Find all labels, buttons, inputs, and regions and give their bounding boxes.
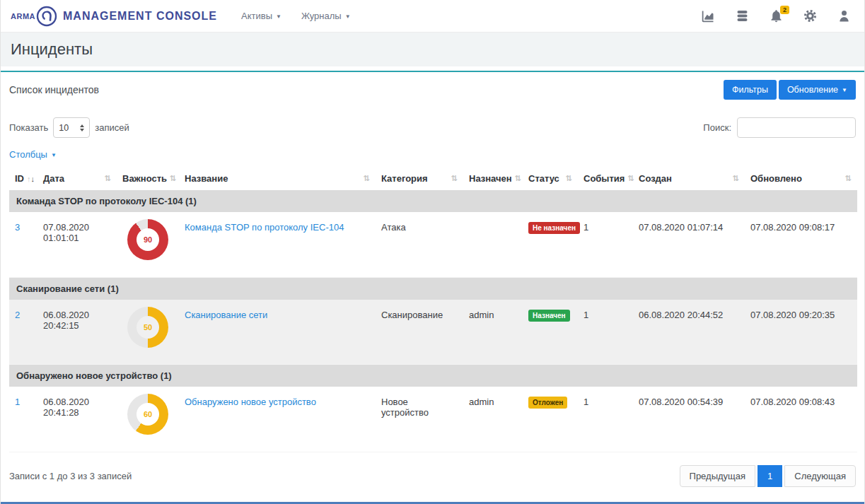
page-title-band: Инциденты [1,33,864,66]
columns-button-label: Столбцы [9,149,47,160]
page-size-select[interactable]: 10 [53,117,90,138]
nav-menu-assets[interactable]: Активы ▼ [241,11,281,21]
pagination-prev-button[interactable]: Предыдущая [680,465,756,487]
column-header-assignee[interactable]: Назначен⇅ [463,167,523,190]
page-size-control: Показать 10 записей [9,117,129,138]
pagination-next-button[interactable]: Следующая [784,465,856,487]
pagination-page-1-button[interactable]: 1 [757,465,782,487]
sort-icon: ⇅ [170,174,176,183]
filters-button-label: Фильтры [732,85,768,95]
severity-donut-chart: 60 [127,394,168,435]
incident-id-link[interactable]: 2 [15,310,20,320]
nav-menu-journals-label: Журналы [301,11,342,21]
column-header-id[interactable]: ID↑↓ [9,167,37,190]
column-header-created[interactable]: Создан⇅ [633,167,745,190]
columns-button[interactable]: Столбцы ▼ [9,149,57,160]
column-header-status[interactable]: Статус⇅ [523,167,578,190]
incident-id-link[interactable]: 1 [15,397,20,407]
chevron-down-icon: ▼ [276,14,281,20]
user-icon[interactable] [836,8,852,24]
nav-menu-journals[interactable]: Журналы ▼ [301,11,351,21]
severity-value: 60 [144,410,152,418]
analytics-icon[interactable] [700,8,716,24]
incident-updated: 07.08.2020 09:20:35 [745,300,857,365]
incident-created: 07.08.2020 01:07:14 [633,212,745,277]
incident-name-link[interactable]: Обнаружено новое устройство [185,397,316,407]
table-row: 3 07.08.2020 01:01:01 90 Команда STOP по… [9,212,857,277]
incident-events-count: 1 [578,212,633,277]
incident-name-link[interactable]: Сканирование сети [185,310,267,320]
severity-donut-chart: 90 [127,219,168,260]
incident-events-count: 1 [578,387,633,452]
status-badge: Не назначен [528,222,580,234]
card-title: Список инцидентов [9,84,99,95]
group-header-row: Команда STOP по протоколу IEC-104 (1) [9,190,857,212]
sort-icon: ⇅ [451,174,458,183]
incident-date: 06.08.2020 20:42:15 [37,300,117,365]
group-label: Команда STOP по протоколу IEC-104 (1) [9,190,857,212]
incident-date: 06.08.2020 20:41:28 [37,387,117,452]
page-size-value: 10 [59,123,69,133]
column-header-name[interactable]: Название⇅ [179,167,376,190]
group-label: Обнаружено новое устройство (1) [9,365,857,387]
column-header-updated[interactable]: Обновлено⇅ [745,167,857,190]
column-header-severity[interactable]: Важность⇅ [117,167,179,190]
main-menu: Активы ▼ Журналы ▼ [241,11,351,21]
notification-badge: 2 [780,6,789,15]
table-header-row: ID↑↓ Дата⇅ Важность⇅ Название⇅ Категория… [9,167,857,190]
refresh-button[interactable]: Обновление ▼ [779,80,856,100]
page-title: Инциденты [11,40,93,59]
arma-helmet-logo-icon [36,6,57,27]
incidents-card: Список инцидентов Фильтры Обновление ▼ П… [1,71,864,498]
card-actions: Фильтры Обновление ▼ [724,80,856,100]
records-info: Записи с 1 до 3 из 3 записей [9,471,132,481]
brand-logo[interactable]: ARMA MANAGEMENT CONSOLE [11,6,217,27]
search-label: Поиск: [703,122,731,133]
incident-assignee: admin [463,387,523,452]
search-input[interactable] [737,117,856,138]
sort-desc-icon: ↓ [31,175,35,183]
incident-created: 07.08.2020 00:54:39 [633,387,745,452]
brand-arma-text: ARMA [11,12,35,20]
group-header-row: Сканирование сети (1) [9,277,857,300]
status-badge: Назначен [528,310,570,322]
group-header-row: Обнаружено новое устройство (1) [9,365,857,387]
records-label: записей [95,122,129,133]
sort-icon: ⇅ [627,174,634,183]
refresh-button-label: Обновление [787,85,838,95]
table-row: 2 06.08.2020 20:42:15 50 Сканирование се… [9,300,857,365]
incidents-table: ID↑↓ Дата⇅ Важность⇅ Название⇅ Категория… [9,167,857,452]
severity-value: 50 [144,323,152,332]
status-badge: Отложен [528,397,567,409]
gear-icon[interactable] [802,8,818,24]
incident-category: Новое устройство [376,387,463,452]
search-control: Поиск: [703,117,856,138]
sort-icon: ⇅ [515,174,521,183]
sort-icon: ⇅ [845,174,852,183]
incident-date: 07.08.2020 01:01:01 [37,212,117,277]
incident-updated: 07.08.2020 09:08:43 [745,387,857,452]
incident-updated: 07.08.2020 09:08:17 [745,212,857,277]
severity-value: 90 [144,235,152,244]
brand-title: MANAGEMENT CONSOLE [63,10,217,23]
sort-icon: ⇅ [733,174,739,183]
top-navbar: ARMA MANAGEMENT CONSOLE Активы ▼ Журналы… [1,0,864,33]
table-row: 1 06.08.2020 20:41:28 60 Обнаружено ново… [9,387,857,452]
filters-button[interactable]: Фильтры [724,80,777,100]
incident-category: Атака [376,212,463,277]
sort-icon: ⇅ [364,174,370,183]
chevron-down-icon: ▼ [842,88,847,93]
incident-id-link[interactable]: 3 [15,222,20,233]
column-header-date[interactable]: Дата⇅ [37,167,117,190]
severity-donut-chart: 50 [127,307,168,348]
incident-category: Сканирование [376,300,463,365]
show-label: Показать [9,122,48,133]
incident-events-count: 1 [578,300,633,365]
navbar-icon-group: 2 [700,8,852,24]
database-icon[interactable] [734,8,750,24]
incident-name-link[interactable]: Команда STOP по протоколу IEC-104 [185,222,344,233]
notifications-icon[interactable]: 2 [768,8,784,24]
column-header-category[interactable]: Категория⇅ [376,167,463,190]
column-header-events[interactable]: События⇅ [578,167,633,190]
sort-icon: ⇅ [566,174,572,183]
